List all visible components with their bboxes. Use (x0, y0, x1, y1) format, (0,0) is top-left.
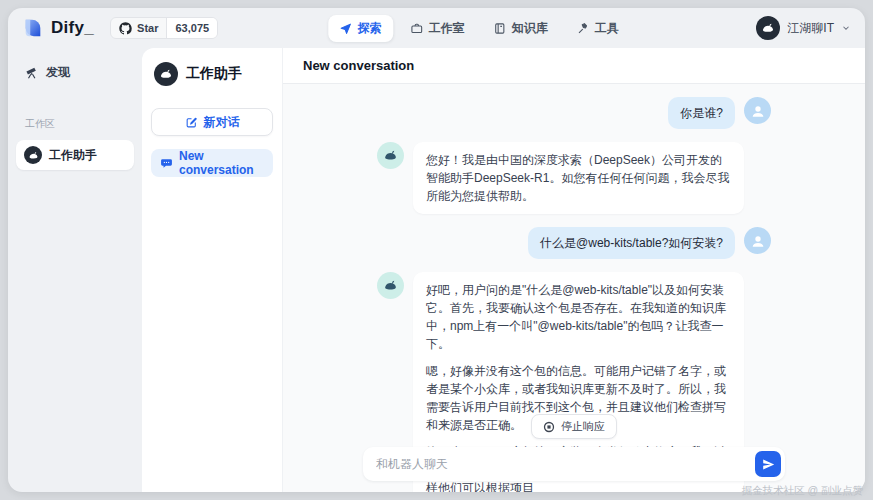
nav-tab-studio[interactable]: 工作室 (399, 15, 476, 42)
tools-icon (576, 22, 589, 35)
bot-chat-avatar-whale-icon (377, 142, 404, 169)
workspace-section-label: 工作区 (25, 117, 134, 131)
star-count: 63,075 (166, 18, 217, 38)
chevron-down-icon (841, 23, 851, 33)
bot-paragraph: 好吧，用户问的是"什么是@web-kits/table"以及如何安装它。首先，我… (426, 281, 731, 353)
conversation-name: New conversation (179, 149, 264, 177)
app-avatar-whale-icon (24, 146, 42, 164)
explore-icon (339, 22, 352, 35)
conversation-panel: 工作助手 新对话 New conversation (142, 48, 282, 492)
chat-body: 你是谁? 您好！我是由中国的深度求索（DeepSeek）公司开发的智能助手Dee… (283, 84, 865, 492)
dify-logo[interactable]: Dify_ (22, 17, 94, 39)
edit-icon (185, 116, 198, 129)
sidebar-item-label: 发现 (46, 64, 70, 81)
user-name: 江湖聊IT (787, 20, 834, 37)
knowledge-icon (493, 22, 506, 35)
bot-paragraph: 您好！我是由中国的深度求索（DeepSeek）公司开发的智能助手DeepSeek… (426, 151, 731, 205)
sidebar-item-discover[interactable]: 发现 (16, 58, 134, 87)
user-message-bubble: 你是谁? (668, 97, 735, 129)
conversation-panel-header: 工作助手 (151, 60, 273, 88)
bot-chat-avatar-whale-icon (377, 272, 404, 299)
dify-logo-icon (22, 17, 44, 39)
new-chat-button[interactable]: 新对话 (151, 108, 273, 136)
user-message-row: 你是谁? (377, 97, 771, 129)
nav-tab-label: 工具 (595, 20, 619, 37)
studio-icon (410, 22, 423, 35)
send-icon (762, 458, 775, 471)
send-button[interactable] (755, 451, 781, 477)
bot-message-bubble: 您好！我是由中国的深度求索（DeepSeek）公司开发的智能助手DeepSeek… (413, 142, 744, 214)
chat-panel: New conversation 你是谁? 您好！我是由中国的深度求索（Deep… (283, 48, 865, 492)
bot-message-row: 您好！我是由中国的深度求索（DeepSeek）公司开发的智能助手DeepSeek… (377, 142, 771, 214)
github-star-widget[interactable]: Star 63,075 (110, 17, 218, 39)
chat-input[interactable] (363, 447, 785, 481)
logo-text: Dify_ (51, 18, 94, 38)
sidebar-app-label: 工作助手 (49, 147, 97, 164)
nav-tab-label: 探索 (358, 20, 382, 37)
nav-tab-explore[interactable]: 探索 (328, 15, 393, 42)
stop-icon (543, 421, 555, 433)
new-chat-label: 新对话 (204, 114, 240, 131)
chat-title: New conversation (303, 58, 414, 73)
watermark-text: 掘金技术社区 @ 副业点赞 (742, 484, 864, 498)
chat-header: New conversation (283, 48, 865, 84)
main-nav: 探索 工作室 知识库 工具 (328, 8, 630, 48)
discover-icon (25, 66, 39, 80)
user-chat-avatar (744, 227, 771, 254)
top-header: Dify_ Star 63,075 探索 工作室 (8, 8, 865, 48)
stop-response-label: 停止响应 (561, 419, 605, 434)
nav-tab-knowledge[interactable]: 知识库 (482, 15, 559, 42)
conversation-list-item[interactable]: New conversation (151, 149, 273, 177)
chat-bubble-icon (160, 157, 173, 170)
nav-tab-label: 工作室 (429, 20, 465, 37)
stop-response-button[interactable]: 停止响应 (531, 414, 617, 439)
chat-input-bar (363, 447, 785, 481)
github-icon (119, 22, 132, 35)
nav-tab-label: 知识库 (512, 20, 548, 37)
user-chat-avatar (744, 97, 771, 124)
nav-tab-tools[interactable]: 工具 (565, 15, 630, 42)
app-avatar-whale-icon (154, 62, 178, 86)
user-avatar (756, 16, 780, 40)
user-message-row: 什么是@web-kits/table?如何安装? (377, 227, 771, 259)
app-window: Dify_ Star 63,075 探索 工作室 (8, 8, 865, 492)
star-label: Star (137, 22, 158, 34)
left-sidebar: 发现 工作区 工作助手 (8, 48, 142, 492)
sidebar-item-work-assistant[interactable]: 工作助手 (16, 140, 134, 170)
user-menu[interactable]: 江湖聊IT (756, 16, 851, 40)
app-title: 工作助手 (186, 65, 242, 83)
user-message-bubble: 什么是@web-kits/table?如何安装? (528, 227, 735, 259)
